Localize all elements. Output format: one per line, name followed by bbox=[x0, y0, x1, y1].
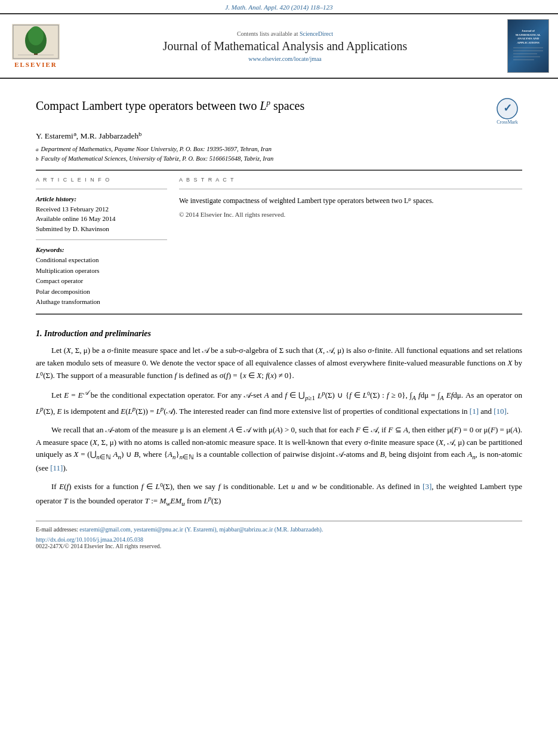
lp-symbol: Lp bbox=[260, 99, 270, 112]
elsevier-text: ELSEVIER bbox=[14, 61, 57, 68]
email-label: E-mail addresses: bbox=[36, 526, 78, 533]
svg-point-4 bbox=[28, 26, 44, 45]
keyword-3: Compact operator bbox=[36, 276, 167, 287]
crossmark-badge[interactable]: ✓ CrossMark bbox=[492, 98, 522, 125]
received-text: Received 13 February 2012 bbox=[36, 204, 167, 214]
affil-b: b Faculty of Mathematical Sciences, Univ… bbox=[36, 154, 522, 164]
article-info-header: A R T I C L E I N F O bbox=[36, 177, 167, 183]
history-label: Article history: bbox=[36, 195, 167, 202]
affiliations: a Department of Mathematics, Payame Noor… bbox=[36, 145, 522, 164]
email-addresses: estaremi@gmail.com, yestaremi@pnu.ac.ir … bbox=[79, 526, 323, 533]
abstract-text: We investigate compactness of weighted L… bbox=[179, 195, 522, 206]
journal-url: www.elsevier.com/locate/jmaa bbox=[72, 56, 498, 62]
paragraph-2: Let E = E𝒜 be the conditional expectatio… bbox=[36, 388, 522, 417]
affil-a: a Department of Mathematics, Payame Noor… bbox=[36, 145, 522, 154]
paragraph-1: Let (X, Σ, μ) be a σ-finite measure spac… bbox=[36, 345, 522, 382]
divider-after-abstract bbox=[36, 314, 522, 315]
crossmark-icon: ✓ bbox=[497, 98, 518, 119]
main-content: Compact Lambert type operators between t… bbox=[0, 79, 558, 561]
paragraph-4: If E(f) exists for a function f ∈ L⁰(Σ),… bbox=[36, 481, 522, 509]
article-info-col: A R T I C L E I N F O Article history: R… bbox=[36, 177, 167, 308]
abstract-top-divider bbox=[179, 189, 522, 189]
info-abstract-section: A R T I C L E I N F O Article history: R… bbox=[36, 177, 522, 308]
abstract-header: A B S T R A C T bbox=[179, 177, 522, 183]
ref-11[interactable]: [11] bbox=[50, 463, 63, 472]
sciencedirect-link[interactable]: ScienceDirect bbox=[300, 30, 333, 37]
elsevier-logo: ELSEVIER bbox=[6, 24, 66, 68]
ref-1[interactable]: [1] bbox=[470, 407, 479, 416]
email-footnote: E-mail addresses: estaremi@gmail.com, ye… bbox=[36, 525, 522, 534]
doi-link[interactable]: http://dx.doi.org/10.1016/j.jmaa.2014.05… bbox=[36, 536, 522, 543]
journal-header: ELSEVIER Contents lists available at Sci… bbox=[0, 13, 558, 79]
footnote-area: E-mail addresses: estaremi@gmail.com, ye… bbox=[36, 521, 522, 549]
ref-3[interactable]: [3] bbox=[423, 482, 431, 491]
keyword-5: Aluthage transformation bbox=[36, 297, 167, 308]
cover-decoration bbox=[510, 45, 546, 63]
info-mid-divider bbox=[36, 239, 167, 240]
info-top-divider bbox=[36, 189, 167, 189]
authors: Y. Estaremiᵃ, M.R. Jabbarzadehᵇ bbox=[36, 131, 522, 141]
keyword-1: Conditional expectation bbox=[36, 255, 167, 266]
affil-b-text: Faculty of Mathematical Sciences, Univer… bbox=[41, 154, 274, 164]
affil-b-sup: b bbox=[36, 155, 39, 164]
journal-cover: Journal ofMATHEMATICALANALYSIS ANDAPPLIC… bbox=[504, 19, 552, 73]
paper-title: Compact Lambert type operators between t… bbox=[36, 98, 492, 113]
divider-thick bbox=[36, 170, 522, 171]
paper-title-row: Compact Lambert type operators between t… bbox=[36, 98, 522, 125]
affil-a-sup: a bbox=[36, 146, 39, 154]
ref-10[interactable]: [10] bbox=[494, 407, 507, 416]
contents-line: Contents lists available at ScienceDirec… bbox=[72, 30, 498, 37]
journal-title-area: Contents lists available at ScienceDirec… bbox=[72, 30, 498, 62]
keywords-label: Keywords: bbox=[36, 246, 167, 253]
keyword-2: Multiplication operators bbox=[36, 266, 167, 276]
journal-title: Journal of Mathematical Analysis and App… bbox=[72, 39, 498, 53]
keyword-4: Polar decomposition bbox=[36, 287, 167, 297]
journal-reference: J. Math. Anal. Appl. 420 (2014) 118–123 bbox=[0, 0, 558, 13]
submitted-text: Submitted by D. Khavinson bbox=[36, 224, 167, 234]
elsevier-tree-icon bbox=[12, 24, 60, 60]
affil-a-text: Department of Mathematics, Payame Noor U… bbox=[41, 145, 272, 154]
rights-text: 0022-247X/© 2014 Elsevier Inc. All right… bbox=[36, 543, 522, 549]
svg-text:✓: ✓ bbox=[503, 102, 512, 114]
available-text: Available online 16 May 2014 bbox=[36, 214, 167, 224]
copyright-text: © 2014 Elsevier Inc. All rights reserved… bbox=[179, 211, 522, 218]
abstract-col: A B S T R A C T We investigate compactne… bbox=[179, 177, 522, 308]
paragraph-3: We recall that an 𝒜-atom of the measure … bbox=[36, 424, 522, 475]
crossmark-label: CrossMark bbox=[497, 119, 518, 125]
section-1-title: 1. Introduction and preliminaries bbox=[36, 329, 522, 339]
